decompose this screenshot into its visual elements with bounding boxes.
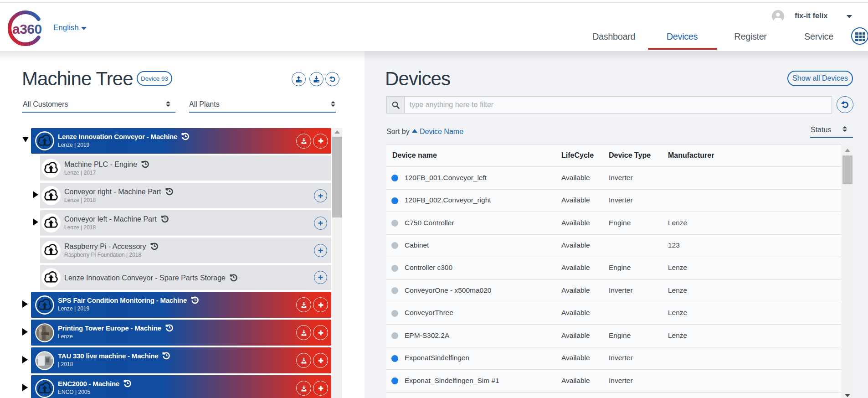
- svg-text:a360: a360: [12, 21, 42, 36]
